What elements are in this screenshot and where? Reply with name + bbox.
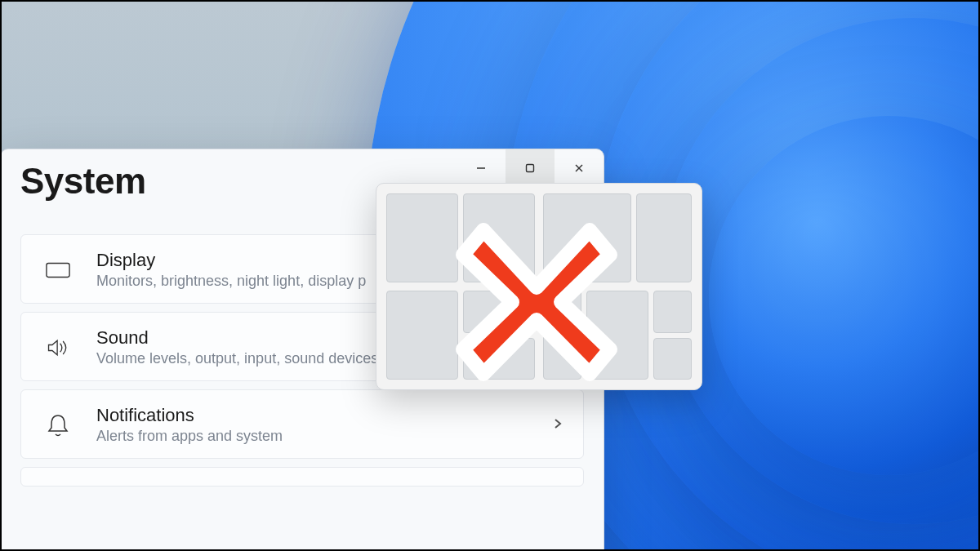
snap-layout-option[interactable]	[543, 193, 692, 282]
settings-item-notifications[interactable]: Notifications Alerts from apps and syste…	[20, 389, 584, 459]
snap-zone[interactable]	[653, 338, 692, 380]
window-minimize-button[interactable]	[457, 149, 506, 187]
snap-layouts-flyout[interactable]	[376, 183, 702, 390]
snap-zone[interactable]	[636, 193, 692, 282]
window-maximize-button[interactable]	[506, 149, 555, 187]
snap-zone[interactable]	[543, 193, 631, 282]
settings-item-desc: Alerts from apps and system	[96, 428, 529, 445]
snap-zone[interactable]	[463, 193, 535, 282]
window-titlebar-controls	[457, 149, 604, 187]
snap-zone[interactable]	[543, 291, 581, 380]
settings-item-title: Notifications	[96, 405, 529, 426]
chevron-right-icon	[552, 418, 564, 433]
monitor-icon	[42, 258, 74, 282]
snap-zone[interactable]	[586, 291, 648, 380]
bell-icon	[42, 413, 74, 438]
snap-zone[interactable]	[653, 291, 692, 333]
svg-rect-4	[47, 263, 69, 277]
speaker-icon	[42, 335, 74, 360]
snap-layout-option[interactable]	[386, 193, 535, 282]
window-close-button[interactable]	[555, 149, 604, 187]
snap-layout-option[interactable]	[386, 291, 535, 380]
snap-zone[interactable]	[386, 291, 458, 380]
snap-zone[interactable]	[463, 338, 535, 380]
svg-rect-1	[527, 165, 534, 172]
snap-zone[interactable]	[463, 291, 535, 333]
snap-layout-option[interactable]	[543, 291, 692, 380]
settings-item-partial[interactable]	[20, 467, 584, 487]
snap-zone[interactable]	[386, 193, 458, 282]
